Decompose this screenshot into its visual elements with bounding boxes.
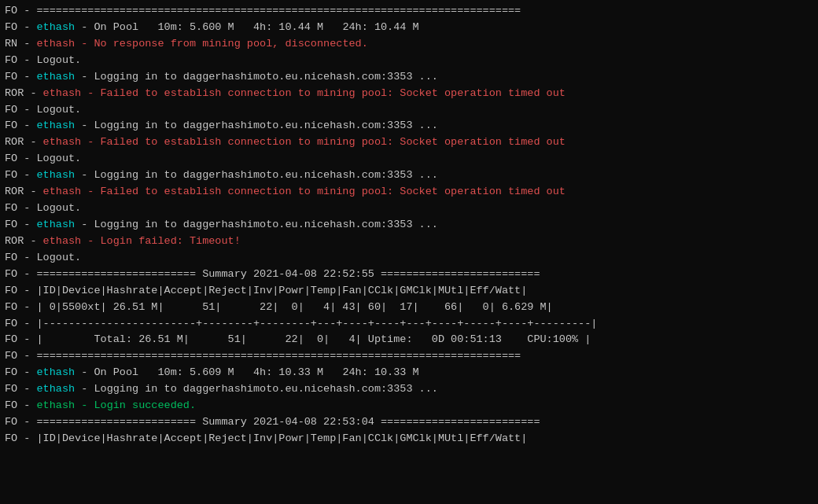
- terminal-line: FO - ethash - Logging in to daggerhashim…: [5, 381, 813, 398]
- terminal-line: FO - ethash - Logging in to daggerhashim…: [5, 69, 813, 86]
- terminal-line: FO - | Total: 26.51 M| 51| 22| 0| 4| Upt…: [5, 332, 813, 348]
- terminal-line: RN - ethash - No response from mining po…: [5, 36, 813, 53]
- terminal-line: FO - ethash - Logging in to daggerhashim…: [5, 118, 813, 134]
- terminal-text-segment: FO - Logout.: [5, 54, 81, 66]
- terminal-line: FO - ===================================…: [5, 348, 813, 365]
- terminal-line: FO - Logout.: [5, 102, 813, 119]
- terminal-text-segment: ethash - Failed to establish connection …: [43, 87, 566, 99]
- terminal-text-segment: ROR -: [5, 186, 43, 197]
- terminal-line: FO - ethash - On Pool 10m: 5.609 M 4h: 1…: [5, 365, 813, 381]
- terminal-line: FO - |------------------------+--------+…: [5, 316, 813, 333]
- terminal-text-segment: ethash: [37, 21, 76, 33]
- terminal-text-segment: FO -: [5, 21, 37, 33]
- terminal-text-segment: FO -: [5, 169, 37, 181]
- terminal-text-segment: FO -: [5, 383, 37, 395]
- terminal-text-segment: ethash: [37, 71, 76, 83]
- terminal-line: FO - Logout.: [5, 53, 813, 69]
- terminal-line: FO - Logout.: [5, 200, 813, 217]
- terminal-text-segment: - Logging in to daggerhashimoto.eu.niceh…: [75, 169, 438, 181]
- terminal-text-segment: FO -: [5, 120, 37, 131]
- terminal-text-segment: - On Pool 10m: 5.609 M 4h: 10.33 M 24h: …: [75, 366, 418, 378]
- terminal-text-segment: ethash: [37, 219, 76, 230]
- terminal-text-segment: ROR -: [5, 87, 43, 99]
- terminal-line: FO - ========================= Summary 2…: [5, 414, 813, 431]
- terminal-text-segment: FO - Logout.: [5, 202, 81, 214]
- terminal-line: FO - Logout.: [5, 250, 813, 267]
- terminal-text-segment: RN -: [5, 38, 37, 50]
- terminal-text-segment: FO - ========================= Summary 2…: [5, 416, 540, 428]
- terminal-text-segment: ethash: [37, 383, 76, 395]
- terminal-text-segment: - On Pool 10m: 5.600 M 4h: 10.44 M 24h: …: [75, 21, 418, 33]
- terminal-text-segment: - Logging in to daggerhashimoto.eu.niceh…: [75, 120, 438, 131]
- terminal-line: FO - |ID|Device|Hashrate|Accept|Reject|I…: [5, 283, 813, 300]
- terminal-text-segment: ethash - No response from mining pool, d…: [37, 38, 368, 50]
- terminal-text-segment: FO - ===================================…: [5, 350, 521, 362]
- terminal-line: FO - ethash - Logging in to daggerhashim…: [5, 167, 813, 184]
- terminal-line: FO - | 0|5500xt| 26.51 M| 51| 22| 0| 4| …: [5, 300, 813, 316]
- terminal-text-segment: - Logging in to daggerhashimoto.eu.niceh…: [75, 71, 438, 83]
- terminal-text-segment: FO - ========================= Summary 2…: [5, 268, 540, 280]
- terminal-line: ROR - ethash - Login failed: Timeout!: [5, 234, 813, 250]
- terminal-line: FO - ethash - On Pool 10m: 5.600 M 4h: 1…: [5, 20, 813, 36]
- terminal-line: FO - Logout.: [5, 151, 813, 167]
- terminal-text-segment: FO -: [5, 366, 37, 378]
- terminal-text-segment: FO -: [5, 219, 37, 230]
- terminal-line: ROR - ethash - Failed to establish conne…: [5, 184, 813, 200]
- terminal-line: ROR - ethash - Failed to establish conne…: [5, 134, 813, 151]
- terminal-text-segment: FO - | Total: 26.51 M| 51| 22| 0| 4| Upt…: [5, 333, 591, 345]
- terminal-text-segment: FO - Logout.: [5, 252, 81, 263]
- terminal-text-segment: FO - |ID|Device|Hashrate|Accept|Reject|I…: [5, 432, 527, 444]
- terminal-text-segment: FO -: [5, 399, 37, 411]
- terminal-line: FO - ethash - Logging in to daggerhashim…: [5, 217, 813, 234]
- terminal-text-segment: ROR -: [5, 136, 43, 148]
- terminal-line: FO - ========================= Summary 2…: [5, 267, 813, 283]
- terminal-line: ROR - ethash - Failed to establish conne…: [5, 86, 813, 102]
- terminal-line: FO - ===================================…: [5, 3, 813, 20]
- terminal-text-segment: FO - | 0|5500xt| 26.51 M| 51| 22| 0| 4| …: [5, 301, 553, 313]
- terminal-text-segment: ethash: [37, 169, 76, 181]
- terminal-text-segment: ethash: [37, 366, 76, 378]
- terminal-text-segment: ethash - Failed to establish connection …: [43, 186, 566, 197]
- terminal-text-segment: ethash: [37, 120, 76, 131]
- terminal-line: FO - ethash - Login succeeded.: [5, 398, 813, 414]
- terminal-window: FO - ===================================…: [0, 0, 818, 504]
- terminal-text-segment: ethash - Login failed: Timeout!: [43, 235, 241, 247]
- terminal-line: FO - |ID|Device|Hashrate|Accept|Reject|I…: [5, 431, 813, 447]
- terminal-text-segment: ethash - Login succeeded.: [37, 399, 197, 411]
- terminal-text-segment: - Logging in to daggerhashimoto.eu.niceh…: [75, 219, 438, 230]
- terminal-text-segment: ethash - Failed to establish connection …: [43, 136, 566, 148]
- terminal-text-segment: FO - ===================================…: [5, 5, 521, 17]
- terminal-text-segment: - Logging in to daggerhashimoto.eu.niceh…: [75, 383, 438, 395]
- terminal-text-segment: FO - Logout.: [5, 153, 81, 164]
- terminal-text-segment: FO -: [5, 71, 37, 83]
- terminal-text-segment: FO - Logout.: [5, 104, 81, 116]
- terminal-text-segment: FO - |ID|Device|Hashrate|Accept|Reject|I…: [5, 285, 527, 296]
- terminal-text-segment: ROR -: [5, 235, 43, 247]
- terminal-text-segment: FO - |------------------------+--------+…: [5, 318, 597, 329]
